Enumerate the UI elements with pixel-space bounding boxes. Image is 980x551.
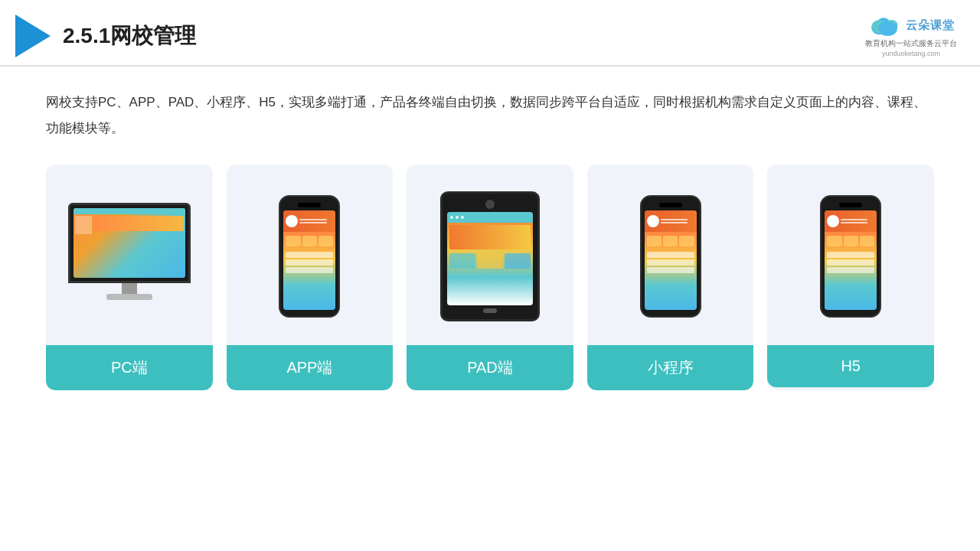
phone-notch-h5: [839, 203, 862, 207]
phone-notch-app: [298, 203, 321, 207]
phone-list-2: [286, 259, 333, 266]
pad-tablet: [440, 191, 540, 321]
phone-avatar: [286, 215, 298, 227]
card-label-pad: PAD端: [407, 345, 573, 390]
pc-monitor: [64, 203, 194, 310]
screen-sidebar: [75, 216, 92, 234]
phone-list-3: [286, 267, 333, 273]
header-left: 2.5.1网校管理: [15, 15, 196, 57]
tablet-grid: [447, 252, 533, 270]
app-device-area: [234, 180, 386, 333]
phone-screen-mid-miniapp: [645, 233, 697, 249]
card-h5: H5: [767, 165, 934, 390]
phone-screen-top-app: [283, 210, 335, 232]
tablet-banner: [449, 225, 531, 249]
card-label-h5: H5: [767, 345, 934, 387]
screen-main: [93, 216, 184, 234]
phone-text-line-1: [299, 219, 326, 220]
phone-avatar-h5: [827, 215, 839, 227]
page-title: 2.5.1网校管理: [63, 21, 196, 51]
phone-screen-list-h5: [825, 250, 877, 275]
miniapp-list-1: [647, 252, 694, 258]
phone-icon-1: [286, 236, 300, 246]
tablet-grid-item-3: [505, 253, 531, 269]
phone-list-1: [286, 252, 333, 258]
logo-cloud: 云朵课堂: [867, 14, 955, 37]
miniapp-list-3: [647, 267, 694, 273]
nav-dot-3: [461, 216, 464, 219]
logo-url: yunduoketang.com: [882, 50, 940, 57]
h5-icon-2: [844, 236, 858, 246]
card-pad: PAD端: [407, 165, 573, 390]
main-content: 网校支持PC、APP、PAD、小程序、H5，实现多端打通，产品各终端自由切换，数…: [0, 67, 980, 406]
card-label-pc: PC端: [46, 345, 213, 390]
h5-device-area: [775, 180, 926, 333]
phone-icon-3: [318, 236, 333, 246]
miniapp-icon-1: [647, 236, 662, 246]
phone-screen-miniapp: [645, 210, 697, 310]
phone-notch-miniapp: [659, 203, 682, 207]
monitor-stand-base: [106, 294, 152, 300]
cloud-icon: [867, 14, 901, 37]
nav-dot-1: [450, 216, 453, 219]
h5-list-3: [827, 267, 874, 273]
h5-list-2: [827, 259, 874, 266]
tablet-home-btn: [485, 200, 495, 209]
phone-icon-2: [302, 236, 317, 246]
screen-bar: [74, 208, 185, 214]
h5-icon-1: [827, 236, 841, 246]
pad-device-area: [414, 180, 566, 333]
miniapp-icon-3: [679, 236, 694, 246]
app-phone: [279, 195, 340, 318]
phone-screen-mid-app: [283, 233, 335, 249]
phone-text-lines-h5: [841, 219, 874, 223]
phone-text-line-2: [299, 222, 326, 223]
miniapp-list-2: [647, 259, 694, 266]
play-icon: [15, 15, 51, 57]
phone-screen-top-h5: [825, 210, 877, 232]
screen-body: [74, 214, 185, 236]
phone-text-lines: [299, 219, 333, 223]
card-label-miniapp: 小程序: [587, 345, 754, 390]
card-app: APP端: [227, 165, 394, 390]
logo-name: 云朵课堂: [906, 18, 955, 33]
logo-tagline: 教育机构一站式服务云平台: [865, 38, 957, 49]
phone-screen-top-miniapp: [645, 210, 697, 232]
tablet-screen: [447, 212, 533, 305]
phone-text-line-h2: [841, 222, 867, 223]
svg-point-5: [878, 22, 897, 34]
card-miniapp: 小程序: [587, 165, 754, 390]
description-text: 网校支持PC、APP、PAD、小程序、H5，实现多端打通，产品各终端自由切换，数…: [46, 90, 934, 142]
h5-icon-3: [860, 236, 874, 246]
monitor-stand-neck: [122, 283, 137, 294]
monitor-screen-inner: [74, 208, 185, 278]
miniapp-device-area: [595, 180, 746, 333]
cards-container: PC端: [46, 165, 934, 390]
phone-text-line-m1: [661, 219, 688, 220]
phone-screen-mid-h5: [825, 233, 877, 249]
page-header: 2.5.1网校管理 云朵课堂 教育机构一站式服务云平台 yunduoketang…: [0, 0, 980, 67]
tablet-grid-item-2: [477, 253, 503, 269]
miniapp-phone: [640, 195, 701, 318]
nav-dot-2: [456, 216, 459, 219]
tablet-screen-nav: [447, 212, 533, 223]
phone-screen-app: [283, 210, 335, 310]
phone-screen-list-app: [283, 250, 335, 275]
pc-device-area: [54, 180, 205, 333]
card-label-app: APP端: [227, 345, 394, 390]
miniapp-icon-2: [663, 236, 678, 246]
phone-text-lines-miniapp: [661, 219, 694, 223]
screen-banner: [93, 216, 184, 231]
phone-avatar-miniapp: [647, 215, 659, 227]
screen-grid: [93, 233, 184, 234]
tablet-bottom-btn: [483, 308, 497, 313]
logo-area: 云朵课堂 教育机构一站式服务云平台 yunduoketang.com: [865, 14, 957, 57]
phone-text-line-m2: [661, 222, 688, 223]
card-pc: PC端: [46, 165, 213, 390]
phone-screen-list-miniapp: [645, 250, 697, 275]
monitor-screen-outer: [68, 203, 191, 283]
phone-text-line-h1: [841, 219, 867, 220]
h5-list-1: [827, 252, 874, 258]
phone-screen-h5: [825, 210, 877, 310]
h5-phone: [820, 195, 881, 318]
